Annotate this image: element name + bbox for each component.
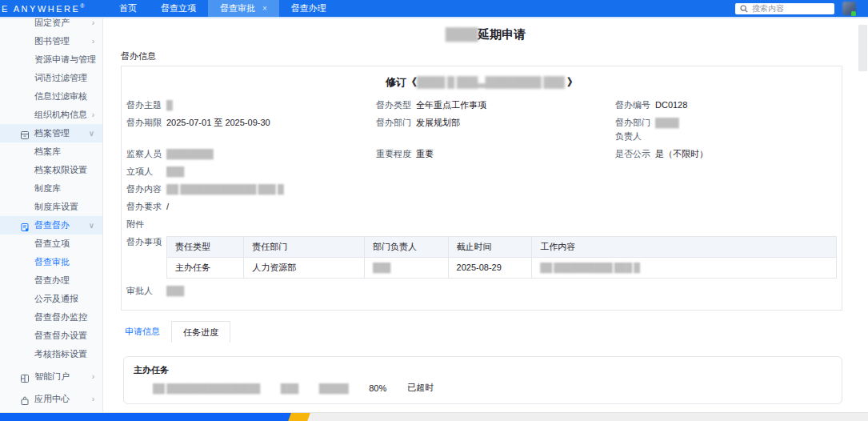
- sidebar-item-archive-mgmt[interactable]: 档案管理∨: [0, 124, 102, 142]
- field-value-redacted: █: [166, 98, 172, 112]
- column-header: 部门负责人: [364, 237, 448, 258]
- sidebar-item-label: 制度库: [34, 183, 61, 193]
- chevron-right-icon: ›: [92, 18, 94, 32]
- field-label: 督办类型: [376, 98, 411, 112]
- sidebar-item-label: 督查办理: [34, 275, 70, 285]
- tab-task-progress[interactable]: 任务进度: [171, 321, 230, 343]
- field-label: 附件: [126, 218, 162, 231]
- detail-tabs: 申请信息 任务进度: [121, 321, 868, 343]
- column-header: 责任类型: [167, 237, 244, 258]
- sidebar-item-label: 组织机构信息: [34, 110, 87, 119]
- sidebar-item-assessment-indicators[interactable]: 考核指标设置: [0, 345, 102, 363]
- sidebar-item-archive-permission[interactable]: 档案权限设置: [0, 161, 102, 179]
- sidebar-item-label: 图书管理: [34, 36, 70, 46]
- registered-mark: ®: [80, 3, 84, 9]
- table-header-row: 责任类型 责任部门 部门负责人 截止时间 工作内容: [167, 237, 837, 258]
- chevron-down-icon: ∨: [89, 216, 94, 235]
- sidebar-item-supervision-settings[interactable]: 督查督办设置: [0, 327, 102, 345]
- sidebar-item-supervision[interactable]: 督查督办∨: [0, 216, 102, 235]
- field-label: 督办期限: [126, 116, 162, 130]
- chevron-right-icon: ›: [92, 50, 94, 69]
- sidebar-item-label: 档案权限设置: [34, 165, 87, 174]
- redacted-doc-name: ████ █ ███▃████████ ███: [417, 76, 564, 88]
- nav-item-home[interactable]: 首页: [107, 0, 149, 17]
- nav-label: 督查审批: [220, 2, 255, 14]
- sidebar-item-info-filter-review[interactable]: 信息过滤审核: [0, 87, 102, 106]
- sidebar-item-app-center[interactable]: 应用中心›: [0, 390, 102, 408]
- sidebar-item-supervision-approval[interactable]: 督查审批: [0, 253, 102, 271]
- sidebar-item-label: 词语过滤管理: [34, 73, 87, 82]
- section-label: 督办信息: [121, 50, 868, 62]
- task-progress-row: ██ ████████████████ ███ █████ 80% 已超时: [153, 382, 832, 394]
- field-value: 2025-07-01 至 2025-09-30: [166, 116, 270, 130]
- sidebar-item-label: 督查督办: [34, 220, 70, 230]
- search-icon: [740, 5, 748, 13]
- app-center-icon: [20, 394, 30, 412]
- sidebar-item-regulation-settings[interactable]: 制度库设置: [0, 198, 102, 216]
- nav-item-supervision-handling[interactable]: 督查办理: [279, 0, 338, 17]
- search-input[interactable]: [752, 4, 824, 13]
- sidebar-item-supervision-initiation[interactable]: 督查立项: [0, 235, 102, 253]
- field-label: 督办主题: [126, 98, 162, 112]
- sidebar-item-label: 档案管理: [34, 128, 70, 138]
- field-value: 全年重点工作事项: [416, 98, 486, 112]
- chevron-down-icon: ∨: [89, 124, 94, 142]
- sidebar-item-label: 智能门户: [34, 371, 70, 381]
- task-status-badge: 已超时: [407, 382, 434, 394]
- task-date-redacted: █████: [319, 383, 348, 393]
- sidebar-item-supervision-handling[interactable]: 督查办理: [0, 271, 102, 290]
- sidebar-item-resource-apply[interactable]: 资源申请与管理›: [0, 50, 102, 69]
- user-avatar[interactable]: [842, 2, 856, 15]
- sidebar-item-archive-library[interactable]: 档案库: [0, 142, 102, 161]
- table-cell-redacted: ███: [364, 258, 448, 279]
- sidebar-item-label: 督查立项: [34, 239, 70, 248]
- nav-item-supervision-initiation[interactable]: 督查立项: [149, 0, 208, 17]
- field-label: 督办部门: [376, 116, 411, 130]
- column-header: 工作内容: [532, 237, 837, 258]
- table-row: 主办任务 人力资源部 ███ 2025-08-29 ██ ██████████ …: [167, 258, 837, 279]
- sidebar-item-publicity-report[interactable]: 公示及通报: [0, 290, 102, 308]
- sidebar-item-smart-portal[interactable]: 智能门户›: [0, 367, 102, 386]
- chevron-right-icon: ›: [92, 106, 94, 124]
- field-label: 立项人: [126, 165, 162, 178]
- table-cell-redacted: ██ ██████████ ███ █: [532, 258, 837, 279]
- nav-item-supervision-approval[interactable]: 督查审批 ×: [208, 0, 279, 17]
- redacted-title-part: ████: [446, 27, 478, 41]
- chevron-right-icon: ›: [92, 390, 94, 408]
- sidebar-item-label: 考核指标设置: [34, 349, 87, 359]
- field-value-redacted: ████: [655, 116, 678, 130]
- sidebar-item-fixed-assets[interactable]: 固定资产›: [0, 18, 102, 32]
- close-tab-icon[interactable]: ×: [262, 5, 267, 13]
- sidebar-item-supervision-monitor[interactable]: 督查督办监控: [0, 308, 102, 327]
- scrollbar-thumb[interactable]: [858, 25, 867, 71]
- field-value: /: [166, 200, 169, 214]
- sidebar-item-book-mgmt[interactable]: 图书管理›: [0, 32, 102, 50]
- field-label: 督办要求: [126, 200, 162, 214]
- search-box[interactable]: [735, 3, 834, 14]
- field-value: 是（不限时）: [655, 147, 708, 161]
- app-logo: E ANYWHERE®: [2, 3, 102, 14]
- sidebar-item-label: 信息过滤审核: [34, 91, 87, 101]
- column-header: 责任部门: [244, 237, 365, 258]
- sidebar-item-org-info[interactable]: 组织机构信息›: [0, 106, 102, 124]
- online-status-dot: [851, 11, 856, 16]
- field-label: 审批人: [126, 284, 162, 298]
- table-cell: 2025-08-29: [448, 258, 532, 279]
- tab-application-info[interactable]: 申请信息: [121, 321, 171, 343]
- supervision-info-panel: 修订《████ █ ███▃████████ ███ 》 督办主题█ 督办类型全…: [121, 66, 842, 311]
- page-title: ████延期申请: [103, 27, 868, 42]
- field-label: 督办部门负责人: [615, 116, 650, 143]
- chevron-right-icon: ›: [92, 32, 94, 50]
- supervision-items-table: 责任类型 责任部门 部门负责人 截止时间 工作内容 主办任务 人力资源部 ███: [166, 236, 837, 279]
- sidebar-item-label: 制度库设置: [34, 202, 78, 211]
- document-title: 修订《████ █ ███▃████████ ███ 》: [126, 75, 837, 90]
- field-value-redacted: ████████: [166, 147, 213, 161]
- task-title: 主办任务: [134, 364, 832, 376]
- field-value: 发展规划部: [416, 116, 460, 130]
- top-nav: 首页 督查立项 督查审批 × 督查办理: [107, 0, 338, 17]
- sidebar-item-regulation-library[interactable]: 制度库: [0, 179, 102, 198]
- bottom-strip-yellow: [288, 413, 310, 421]
- nav-label: 督查办理: [291, 2, 326, 14]
- sidebar-item-word-filter[interactable]: 词语过滤管理: [0, 69, 102, 87]
- field-label: 督办内容: [126, 182, 162, 196]
